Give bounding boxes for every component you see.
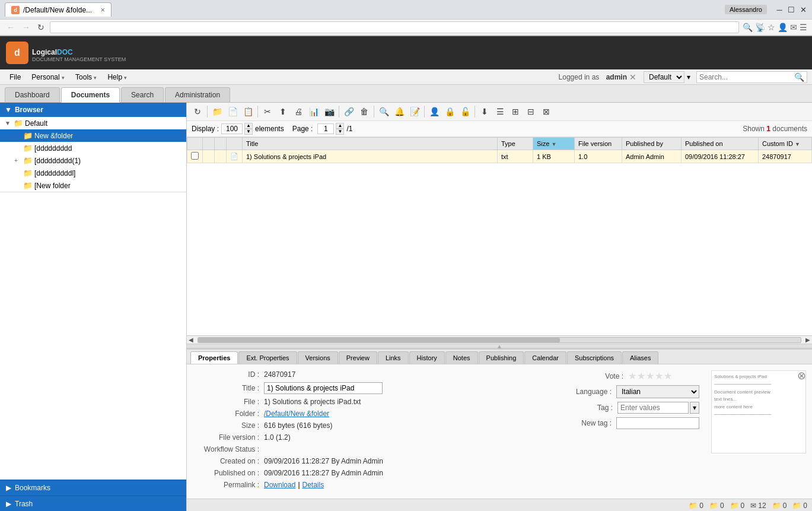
search-input[interactable]	[699, 73, 794, 81]
tb-grid[interactable]: ⊞	[508, 104, 523, 119]
tree-item-ddd2[interactable]: + 📁 [ddddddddd(1)	[0, 154, 186, 167]
tb-tile[interactable]: ⊟	[524, 104, 538, 119]
tree-item-ddd1[interactable]: 📁 [ddddddddd	[0, 142, 186, 154]
col-size[interactable]: Size ▼	[533, 138, 575, 150]
tag-dropdown-btn[interactable]: ▾	[690, 402, 699, 414]
detail-tab-versions[interactable]: Versions	[298, 351, 338, 364]
row-checkbox[interactable]	[191, 152, 199, 160]
spin-up[interactable]: ▲	[244, 123, 253, 129]
menu-tools[interactable]: Tools ▾	[71, 72, 101, 82]
browser-tab[interactable]: d /Default/New &folde... ×	[5, 2, 112, 17]
browser-section-header[interactable]: ▼ Browser	[0, 103, 186, 117]
tb-copy[interactable]: 📋	[241, 104, 255, 119]
tb-thumb[interactable]: ⊠	[539, 104, 553, 119]
tb-pdf[interactable]: 📄	[225, 104, 240, 119]
tab-search[interactable]: Search	[121, 87, 164, 102]
refresh-button[interactable]: ↻	[36, 23, 46, 32]
per-page-input[interactable]	[221, 123, 243, 134]
resize-handle[interactable]: ▲	[187, 344, 812, 348]
forward-button[interactable]: →	[20, 23, 32, 32]
star-2[interactable]: ★	[637, 370, 645, 382]
close-preview-button[interactable]: ⊗	[797, 370, 806, 381]
tag-input[interactable]	[617, 402, 689, 414]
page-spinner[interactable]: ▲ ▼	[336, 123, 344, 135]
col-check[interactable]	[187, 138, 203, 150]
tab-administration[interactable]: Administration	[165, 87, 230, 102]
col-icon1[interactable]	[203, 138, 215, 150]
scroll-left[interactable]: ◀	[187, 336, 195, 344]
cell-check[interactable]	[187, 150, 203, 163]
search-bar[interactable]: 🔍	[696, 71, 807, 83]
workspace-selector[interactable]: Default ▾	[644, 71, 690, 83]
col-custom-id[interactable]: Custom ID ▼	[759, 138, 812, 150]
tree-item-ddd3[interactable]: 📁 [dddddddddl]	[0, 167, 186, 179]
tab-close-button[interactable]: ×	[100, 5, 105, 14]
tb-notify[interactable]: 🔔	[392, 104, 406, 119]
col-title[interactable]: Title	[243, 138, 498, 150]
spin-down[interactable]: ▼	[244, 129, 253, 135]
profile-icon[interactable]: 👤	[778, 23, 788, 32]
detail-tab-subscriptions[interactable]: Subscriptions	[567, 351, 622, 364]
tree-item-new-folder2[interactable]: 📁 [New folder	[0, 179, 186, 192]
star-icon[interactable]: ☆	[768, 23, 775, 32]
tb-search[interactable]: 🔍	[377, 104, 391, 119]
tb-unlock[interactable]: 🔓	[458, 104, 472, 119]
tab-documents[interactable]: Documents	[61, 87, 120, 103]
tag-selector[interactable]: ▾	[617, 402, 699, 414]
tb-upload[interactable]: ⬆	[276, 104, 290, 119]
detail-tab-aliases[interactable]: Aliases	[622, 351, 658, 364]
detail-tab-links[interactable]: Links	[378, 351, 409, 364]
back-button[interactable]: ←	[5, 23, 17, 32]
per-page-spinner[interactable]: ▲ ▼	[244, 123, 253, 135]
col-type[interactable]: Type	[498, 138, 533, 150]
menu-icon[interactable]: ☰	[800, 23, 807, 32]
minimize-button[interactable]: ─	[775, 5, 784, 14]
tb-refresh[interactable]: ↻	[190, 104, 205, 119]
tb-link[interactable]: 🔗	[342, 104, 356, 119]
scrollbar-thumb[interactable]	[198, 338, 560, 342]
tb-cut[interactable]: ✂	[260, 104, 275, 119]
scroll-right[interactable]: ▶	[804, 336, 812, 344]
tb-chart[interactable]: 📊	[307, 104, 321, 119]
tb-note[interactable]: 📝	[407, 104, 422, 119]
col-published-on[interactable]: Published on	[682, 138, 759, 150]
detail-tab-publishing[interactable]: Publishing	[479, 351, 524, 364]
search-icon[interactable]: 🔍	[794, 72, 804, 82]
folder-link[interactable]: /Default/New &folder	[264, 410, 329, 418]
tb-list[interactable]: ☰	[493, 104, 507, 119]
star-1[interactable]: ★	[628, 370, 636, 382]
expand-default[interactable]: ▼	[5, 120, 12, 126]
menu-file[interactable]: File	[5, 72, 26, 82]
title-input[interactable]	[264, 382, 383, 394]
menu-personal[interactable]: Personal ▾	[27, 72, 69, 82]
trash-item[interactable]: ▶ Trash	[0, 496, 186, 511]
logout-button[interactable]: ✕	[629, 72, 636, 82]
detail-tab-history[interactable]: History	[409, 351, 445, 364]
close-button[interactable]: ✕	[799, 5, 807, 14]
page-input[interactable]	[317, 123, 334, 134]
tree-item-default[interactable]: ▼ 📁 Default	[0, 117, 186, 129]
language-dropdown[interactable]: Italian	[616, 385, 699, 398]
page-spin-down[interactable]: ▼	[336, 129, 344, 135]
scrollbar-track[interactable]	[198, 337, 801, 343]
star-3[interactable]: ★	[646, 370, 654, 382]
page-spin-up[interactable]: ▲	[336, 123, 344, 129]
tb-print[interactable]: 🖨	[291, 104, 305, 119]
detail-tab-notes[interactable]: Notes	[445, 351, 478, 364]
detail-tab-properties[interactable]: Properties	[190, 351, 238, 364]
vote-stars[interactable]: ★ ★ ★ ★ ★	[628, 370, 672, 382]
details-link[interactable]: Details	[302, 481, 324, 489]
detail-tab-ext-properties[interactable]: Ext. Properties	[238, 351, 297, 364]
language-selector[interactable]: Italian	[616, 385, 699, 398]
menu-help[interactable]: Help ▾	[103, 72, 132, 82]
tb-scan[interactable]: 📷	[322, 104, 336, 119]
mail-icon[interactable]: ✉	[790, 23, 797, 32]
tb-download[interactable]: ⬇	[477, 104, 492, 119]
url-bar[interactable]: localhost:8080/frontend.jsp?tenant=defau…	[50, 21, 739, 33]
expand-ddd2[interactable]: +	[14, 157, 21, 164]
tb-upload-folder[interactable]: 📁	[210, 104, 224, 119]
tab-dashboard[interactable]: Dashboard	[5, 87, 60, 102]
tb-delete[interactable]: 🗑	[357, 104, 371, 119]
star-4[interactable]: ★	[655, 370, 663, 382]
tb-user[interactable]: 👤	[427, 104, 441, 119]
